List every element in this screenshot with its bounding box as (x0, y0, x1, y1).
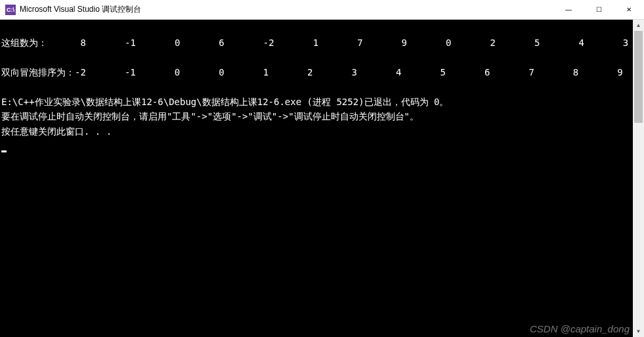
scroll-up-arrow-icon[interactable]: ▲ (633, 20, 644, 31)
output-row-sorted: 双向冒泡排序为：-2 -1 0 0 1 2 3 4 5 6 7 8 9 (1, 67, 623, 78)
scroll-down-arrow-icon[interactable]: ▼ (633, 326, 644, 337)
maximize-button[interactable]: ☐ (584, 0, 614, 19)
vertical-scrollbar[interactable]: ▲ ▼ (633, 20, 644, 337)
cursor-icon (1, 150, 7, 152)
vs-console-icon: C:\ (5, 5, 16, 15)
output-press-key-line: 按任意键关闭此窗口. . . (1, 126, 112, 137)
scroll-thumb[interactable] (634, 31, 643, 123)
titlebar: C:\ Microsoft Visual Studio 调试控制台 — ☐ ✕ (0, 0, 644, 20)
console-area: 这组数为： 8 -1 0 6 -2 1 7 9 0 2 5 4 3 双向冒泡排序… (0, 20, 644, 337)
minimize-button[interactable]: — (553, 0, 584, 19)
close-button[interactable]: ✕ (614, 0, 644, 19)
window-title: Microsoft Visual Studio 调试控制台 (20, 4, 553, 15)
output-exit-line: E:\C++作业实验录\数据结构上课12-6\Debug\数据结构上课12-6.… (1, 97, 448, 107)
output-row-array: 这组数为： 8 -1 0 6 -2 1 7 9 0 2 5 4 3 (1, 37, 628, 48)
window-controls: — ☐ ✕ (553, 0, 644, 19)
output-hint-line: 要在调试停止时自动关闭控制台，请启用"工具"->"选项"->"调试"->"调试停… (1, 111, 419, 122)
console-output[interactable]: 这组数为： 8 -1 0 6 -2 1 7 9 0 2 5 4 3 双向冒泡排序… (0, 20, 633, 337)
